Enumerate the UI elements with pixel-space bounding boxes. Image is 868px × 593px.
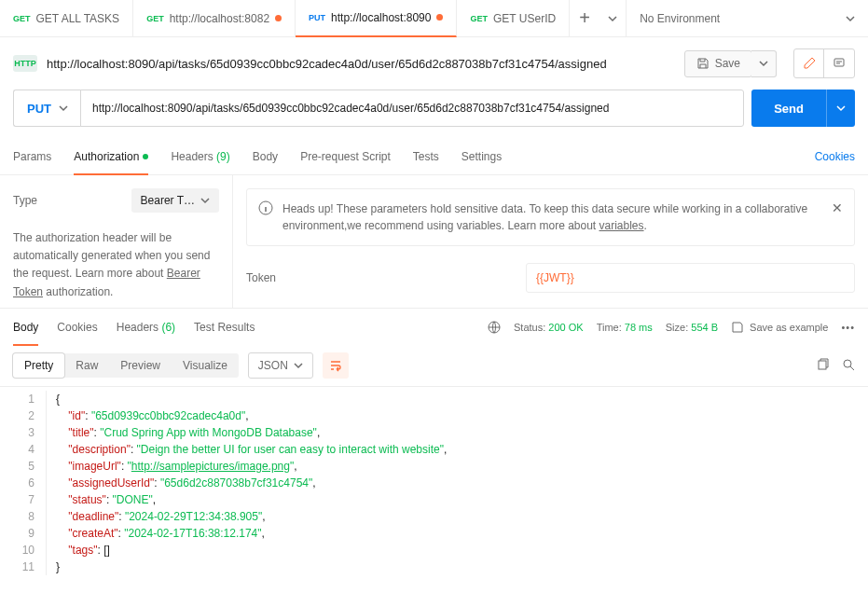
svg-rect-0 xyxy=(834,59,844,66)
auth-right-panel: Heads up! These parameters hold sensitiv… xyxy=(233,175,868,308)
close-banner-button[interactable]: ✕ xyxy=(832,200,843,215)
wrap-icon xyxy=(329,359,342,372)
info-icon xyxy=(258,200,273,215)
unsaved-dot xyxy=(436,14,443,21)
auth-left-panel: Type Bearer T… The authorization header … xyxy=(0,175,233,308)
view-preview[interactable]: Preview xyxy=(109,353,172,378)
save-button[interactable]: Save xyxy=(684,50,752,77)
svg-point-4 xyxy=(844,360,851,367)
resp-tab-test-results[interactable]: Test Results xyxy=(194,309,255,346)
icon-group xyxy=(793,48,855,78)
tab-title: http://localhost:8090 xyxy=(331,11,431,24)
view-raw[interactable]: Raw xyxy=(64,353,109,378)
chevron-down-icon xyxy=(200,196,210,205)
tab-headers[interactable]: Headers (9) xyxy=(171,138,229,175)
url-input[interactable] xyxy=(80,90,744,127)
tab-headers-label: Headers xyxy=(171,150,213,163)
method-badge: PUT xyxy=(309,13,325,22)
method-select[interactable]: PUT xyxy=(13,90,81,127)
url-row: PUT Send xyxy=(0,90,868,138)
format-select[interactable]: JSON xyxy=(248,352,313,379)
save-icon xyxy=(731,321,744,334)
tab-0[interactable]: GETGET ALL TASKS xyxy=(0,0,133,37)
request-title: http://localhost:8090/api/tasks/65d0939c… xyxy=(47,57,675,71)
globe-icon[interactable] xyxy=(488,321,501,334)
resp-headers-count: (6) xyxy=(161,321,175,334)
tab-3[interactable]: GETGET USerID xyxy=(457,0,570,37)
pencil-icon xyxy=(803,57,816,70)
tab-1[interactable]: GEThttp://localhost:8082 xyxy=(133,0,296,37)
view-tabs: Pretty Raw Preview Visualize JSON xyxy=(0,345,868,387)
info-banner: Heads up! These parameters hold sensitiv… xyxy=(246,188,855,246)
auth-type-value: Bearer T… xyxy=(141,194,195,207)
auth-type-select[interactable]: Bearer T… xyxy=(131,188,219,213)
resp-tab-headers[interactable]: Headers (6) xyxy=(117,309,175,346)
more-options-button[interactable]: ••• xyxy=(841,322,855,333)
status-value: 200 OK xyxy=(548,322,583,333)
edit-button[interactable] xyxy=(794,49,824,77)
token-input[interactable] xyxy=(526,263,855,293)
response-tabs: Body Cookies Headers (6) Test Results St… xyxy=(0,308,868,345)
time-value: 78 ms xyxy=(625,322,653,333)
tab-2[interactable]: PUThttp://localhost:8090 xyxy=(296,0,457,37)
chevron-down-icon xyxy=(759,59,768,68)
tab-settings[interactable]: Settings xyxy=(462,138,502,175)
tabs-bar: GETGET ALL TASKS GEThttp://localhost:808… xyxy=(0,0,868,37)
send-button[interactable]: Send xyxy=(751,90,826,127)
status-dot xyxy=(143,154,148,159)
tab-authorization[interactable]: Authorization xyxy=(74,138,148,175)
response-body[interactable]: 1{2 "id": "65d0939cc0bbc92cadec4a0d",3 "… xyxy=(0,387,868,579)
comment-icon xyxy=(833,57,846,70)
method-badge: GET xyxy=(470,14,488,23)
environment-label: No Environment xyxy=(640,12,720,25)
copy-button[interactable] xyxy=(816,358,829,374)
request-tabs: Params Authorization Headers (9) Body Pr… xyxy=(0,138,868,175)
environment-select[interactable]: No Environment xyxy=(626,0,868,37)
resp-tab-body[interactable]: Body xyxy=(13,309,38,346)
type-label: Type xyxy=(13,194,37,207)
wrap-lines-button[interactable] xyxy=(323,352,349,379)
save-label: Save xyxy=(715,57,740,70)
tab-overflow-button[interactable] xyxy=(599,14,626,23)
auth-area: Type Bearer T… The authorization header … xyxy=(0,175,868,308)
new-tab-button[interactable]: + xyxy=(570,7,599,29)
http-icon: HTTP xyxy=(13,55,37,72)
tab-prerequest[interactable]: Pre-request Script xyxy=(300,138,391,175)
tab-params[interactable]: Params xyxy=(13,138,51,175)
unsaved-dot xyxy=(275,15,282,21)
method-value: PUT xyxy=(27,102,51,116)
save-icon xyxy=(696,57,710,70)
auth-description: The authorization header will be automat… xyxy=(13,229,219,301)
save-dropdown-button[interactable] xyxy=(751,50,777,77)
cookies-link[interactable]: Cookies xyxy=(815,150,855,163)
method-badge: GET xyxy=(146,14,164,23)
comment-button[interactable] xyxy=(824,49,854,77)
size-value: 554 B xyxy=(691,322,718,333)
method-badge: GET xyxy=(13,14,31,23)
view-visualize[interactable]: Visualize xyxy=(172,353,239,378)
variables-link[interactable]: variables xyxy=(599,219,644,232)
view-pretty[interactable]: Pretty xyxy=(13,353,64,378)
tab-title: GET ALL TASKS xyxy=(36,12,120,25)
svg-rect-3 xyxy=(819,361,826,369)
save-as-example-button[interactable]: Save as example xyxy=(731,321,828,334)
tab-title: http://localhost:8082 xyxy=(170,12,269,25)
resp-tab-cookies[interactable]: Cookies xyxy=(57,309,97,346)
chevron-down-icon xyxy=(846,14,855,23)
token-label: Token xyxy=(246,271,507,284)
banner-text: Heads up! These parameters hold sensitiv… xyxy=(282,200,822,234)
tab-title: GET USerID xyxy=(493,12,556,25)
search-icon xyxy=(842,358,855,371)
search-button[interactable] xyxy=(842,358,855,374)
chevron-down-icon xyxy=(59,103,68,113)
title-bar: HTTP http://localhost:8090/api/tasks/65d… xyxy=(0,37,868,90)
chevron-down-icon xyxy=(294,361,303,370)
copy-icon xyxy=(816,358,829,371)
tab-auth-label: Authorization xyxy=(74,150,139,163)
send-label: Send xyxy=(774,102,804,116)
tab-body[interactable]: Body xyxy=(253,138,278,175)
send-dropdown-button[interactable] xyxy=(826,90,855,127)
tab-tests[interactable]: Tests xyxy=(413,138,439,175)
response-info: Status: 200 OK Time: 78 ms Size: 554 B S… xyxy=(488,321,855,334)
chevron-down-icon xyxy=(608,14,617,23)
